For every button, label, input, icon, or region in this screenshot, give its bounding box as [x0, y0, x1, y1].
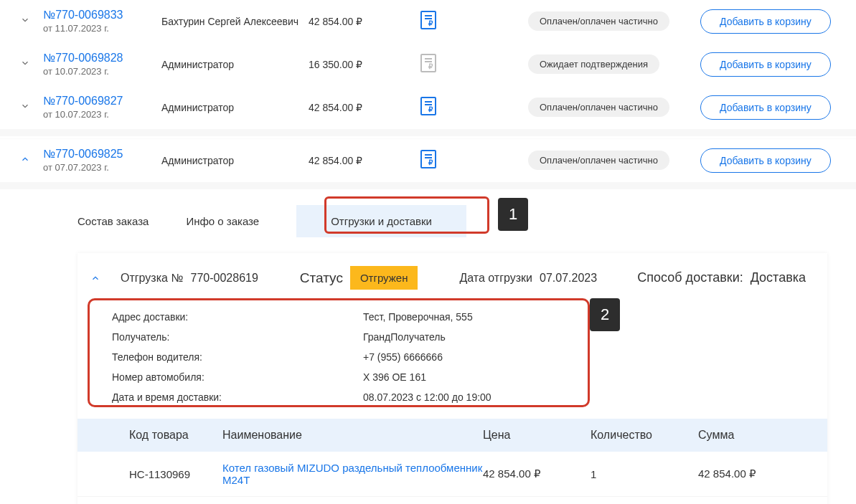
order-number-link[interactable]: №770-0069825 — [43, 148, 161, 161]
order-client: Администратор — [161, 102, 309, 113]
order-amount: 42 854.00 ₽ — [309, 16, 420, 27]
invoice-icon[interactable]: ₽ — [420, 11, 436, 29]
shipment-date-label: Дата отгрузки — [459, 272, 532, 285]
cell-price: 42 854.00 ₽ — [483, 467, 591, 480]
expand-toggle[interactable] — [0, 15, 43, 27]
chevron-down-icon — [20, 101, 30, 111]
tab-info[interactable]: Инфо о заказе — [186, 215, 259, 227]
order-row: №770-0069828 от 10.07.2023 г. Администра… — [0, 43, 856, 86]
col-qty: Количество — [591, 429, 698, 442]
order-amount: 16 350.00 ₽ — [309, 59, 420, 70]
order-detail-panel: Состав заказа Инфо о заказе Отгрузки и д… — [0, 189, 856, 504]
order-number-link[interactable]: №770-0069828 — [43, 52, 161, 65]
order-number-link[interactable]: №770-0069833 — [43, 9, 161, 22]
shipment-items-table: Код товара Наименование Цена Количество … — [77, 419, 827, 504]
cell-sum: 42 854.00 ₽ — [698, 467, 806, 480]
info-key: Номер автомобиля: — [112, 371, 363, 383]
col-sum: Сумма — [698, 429, 806, 442]
chevron-up-icon — [90, 273, 100, 283]
chevron-down-icon — [20, 58, 30, 68]
order-client: Администратор — [161, 59, 309, 70]
delivery-method-label: Способ доставки: — [637, 270, 743, 285]
invoice-icon[interactable]: ₽ — [420, 54, 436, 72]
tab-shipments[interactable]: Отгрузки и доставки — [296, 205, 466, 237]
shipment-status-label: Статус — [300, 270, 343, 286]
chevron-down-icon — [20, 15, 30, 25]
info-row: Номер автомобиля: X 396 OE 161 — [112, 367, 806, 387]
cell-code: НС-1130969 — [129, 468, 222, 480]
shipment-header: Отгрузка № 770-0028619 Статус Отгружен Д… — [77, 253, 827, 303]
info-row: Телефон водителя: +7 (955) 6666666 — [112, 347, 806, 367]
order-client: Администратор — [161, 155, 309, 166]
tab-composition[interactable]: Состав заказа — [77, 215, 149, 227]
expand-toggle[interactable] — [0, 58, 43, 70]
order-amount: 42 854.00 ₽ — [309, 155, 420, 166]
collapse-toggle[interactable] — [90, 273, 100, 283]
shipment-number-label: Отгрузка № — [121, 272, 184, 285]
order-status-badge: Оплачен/оплачен частично — [528, 151, 669, 170]
table-header: Код товара Наименование Цена Количество … — [77, 419, 827, 452]
chevron-up-icon — [20, 154, 30, 164]
order-row: №770-0069825 от 07.07.2023 г. Администра… — [0, 139, 856, 182]
info-value: ГрандПолучатель — [363, 331, 446, 343]
info-row: Получатель: ГрандПолучатель — [112, 327, 806, 347]
order-date: от 10.07.2023 г. — [43, 109, 161, 120]
order-status-badge: Ожидает подтверждения — [528, 54, 659, 74]
annotation-badge: 2 — [590, 298, 620, 331]
info-key: Получатель: — [112, 331, 363, 343]
add-to-cart-button[interactable]: Добавить в корзину — [700, 9, 831, 34]
cell-name-link[interactable]: Котел газовый MIZUDO раздельный теплообм… — [222, 462, 483, 486]
order-status-badge: Оплачен/оплачен частично — [528, 11, 669, 31]
order-date: от 10.07.2023 г. — [43, 66, 161, 77]
add-to-cart-button[interactable]: Добавить в корзину — [700, 95, 831, 120]
col-name: Наименование — [222, 429, 483, 442]
shipment-card: Отгрузка № 770-0028619 Статус Отгружен Д… — [77, 253, 827, 504]
shipment-date-value: 07.07.2023 — [540, 272, 597, 285]
order-row: №770-0069833 от 11.07.2023 г. Бахтурин С… — [0, 0, 856, 43]
orders-list: №770-0069833 от 11.07.2023 г. Бахтурин С… — [0, 0, 856, 504]
shipment-status-value: Отгружен — [350, 266, 418, 290]
info-value: +7 (955) 6666666 — [363, 351, 443, 363]
expand-toggle[interactable] — [0, 154, 43, 166]
order-status-badge: Оплачен/оплачен частично — [528, 98, 669, 117]
delivery-info-block: 2 Адрес доставки: Тест, Проверочная, 555… — [77, 303, 827, 412]
info-key: Адрес доставки: — [112, 311, 363, 323]
order-date: от 11.07.2023 г. — [43, 23, 161, 34]
cell-qty: 1 — [591, 468, 698, 480]
order-number-link[interactable]: №770-0069827 — [43, 95, 161, 108]
info-value: 08.07.2023 с 12:00 до 19:00 — [363, 391, 492, 403]
table-footer: Общая сумма отгрузки: 42 854.00 ₽ — [77, 497, 827, 504]
add-to-cart-button[interactable]: Добавить в корзину — [700, 52, 831, 77]
invoice-icon[interactable]: ₽ — [420, 97, 436, 115]
info-value: X 396 OE 161 — [363, 371, 426, 383]
order-row: №770-0069827 от 10.07.2023 г. Администра… — [0, 86, 856, 129]
delivery-method-value: Доставка — [751, 270, 806, 285]
detail-tabs: Состав заказа Инфо о заказе Отгрузки и д… — [0, 189, 856, 253]
order-amount: 42 854.00 ₽ — [309, 102, 420, 113]
col-price: Цена — [483, 429, 591, 442]
info-row: Дата и время доставки: 08.07.2023 с 12:0… — [112, 387, 806, 407]
info-value: Тест, Проверочная, 555 — [363, 311, 473, 323]
order-client: Бахтурин Сергей Алексеевич — [161, 16, 309, 27]
info-key: Телефон водителя: — [112, 351, 363, 363]
order-date: от 07.07.2023 г. — [43, 162, 161, 173]
info-key: Дата и время доставки: — [112, 391, 363, 403]
invoice-icon[interactable]: ₽ — [420, 150, 436, 168]
add-to-cart-button[interactable]: Добавить в корзину — [700, 148, 831, 173]
shipment-number: 770-0028619 — [191, 272, 258, 285]
info-row: Адрес доставки: Тест, Проверочная, 555 — [112, 307, 806, 327]
annotation-badge: 1 — [498, 198, 528, 231]
col-code: Код товара — [129, 429, 222, 442]
expand-toggle[interactable] — [0, 101, 43, 113]
table-row: НС-1130969 Котел газовый MIZUDO раздельн… — [77, 452, 827, 497]
